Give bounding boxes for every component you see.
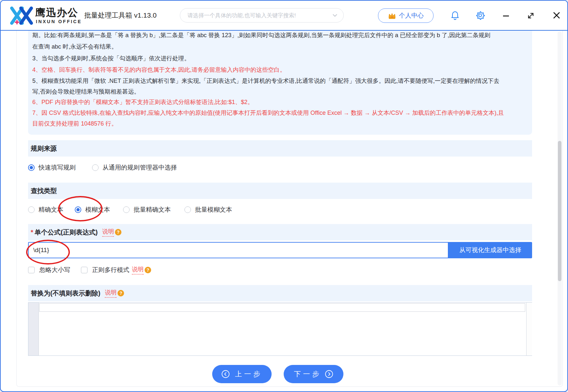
section-rule-source: 规则来源 [28,140,532,157]
minimize-button[interactable] [500,10,512,21]
radio-from-rule-manager[interactable]: 从通用的规则管理器中选择 [92,163,177,172]
search-placeholder: 请选择一个具体的功能,也可输入关键字搜索! [187,12,332,19]
circle-arrow-right-icon [325,370,333,378]
note-line: 3、当勾选多个规则时,系统会按「勾选顺序」依次进行处理。 [32,54,529,62]
section-title: 单个公式(正则表达式) [35,228,98,237]
question-mark-icon[interactable]: ? [145,267,151,273]
section-title: 查找类型 [31,187,57,195]
window-scrollbar-thumb[interactable] [558,141,561,281]
editor-active-line[interactable] [39,303,525,312]
next-step-button[interactable]: 下一步 [284,365,343,383]
formula-help-link[interactable]: 说明 [102,228,114,237]
required-asterisk: * [31,229,33,236]
bell-icon [450,11,460,21]
radio-quick-fill-rule[interactable]: 快速填写规则 [28,163,76,172]
close-icon [552,11,561,20]
checkbox-multiline-mode[interactable]: 正则多行模式 [81,266,129,274]
checkbox-label: 忽略大小写 [39,266,70,274]
maximize-button[interactable] [525,10,536,21]
chevron-down-icon [332,14,338,17]
settings-button[interactable] [475,10,486,21]
radio-circle [123,206,130,213]
close-button[interactable] [551,10,562,21]
circle-arrow-left-icon [221,370,230,378]
notification-bell-button[interactable] [450,10,461,21]
gear-icon [476,11,485,21]
editor-line-gutter [28,302,39,356]
multiline-help-link[interactable]: 说明 [132,265,144,275]
personal-center-label: 个人中心 [399,11,424,20]
section-replace-with: 替换为(不填则表示删除) 说明 ? [28,285,532,301]
note-line: 在查询 abc 时,永远不会有结果。 [32,43,529,51]
question-mark-icon[interactable]: ? [118,290,124,296]
rule-source-radio-group: 快速填写规则 从通用的规则管理器中选择 [28,163,177,172]
radio-circle-selected [75,206,81,213]
app-title: 批量处理工具箱 v1.13.0 [84,11,157,20]
radio-circle [28,206,35,213]
radio-batch-fuzzy-text[interactable]: 批量模糊文本 [184,205,232,214]
radio-label: 快速填写规则 [39,163,76,172]
regex-formula-input[interactable] [28,242,449,258]
section-title: 规则来源 [31,144,57,153]
radio-label: 精确文本 [39,205,63,214]
note-line: 6、PDF 内容替换中的「模糊文本」暂不支持正则表达式分组标签语法,比如:$1、… [32,98,529,106]
section-title: 替换为(不填则表示删除) [31,289,100,298]
previous-step-button[interactable]: 上一步 [212,365,272,383]
note-line: 目前仅支持处理前 1048576 行。 [32,120,529,128]
visual-generator-picker-button[interactable]: 从可视化生成器中选择 [449,242,532,258]
regex-options-row: 忽略大小写 正则多行模式 说明 ? [28,265,151,275]
question-mark-icon[interactable]: ? [115,229,121,235]
note-line: 5、模糊查找功能采用「微软 .NET 正则表达式解析引擎」来实现,「正则表达式」… [32,77,529,85]
search-type-radio-group: 精确文本 模糊文本 批量精确文本 批量模糊文本 [28,205,232,214]
radio-fuzzy-text[interactable]: 模糊文本 [75,205,110,214]
section-single-formula: * 单个公式(正则表达式) 说明 ? [28,224,532,240]
checkbox-box [28,267,35,273]
radio-batch-exact-text[interactable]: 批量精确文本 [123,205,171,214]
radio-circle-selected [28,164,35,171]
section-search-type: 查找类型 [28,183,532,199]
maximize-icon [527,11,535,20]
brand-subtitle: INXUN OFFICE [36,19,82,24]
replace-help-link[interactable]: 说明 [105,289,117,298]
app-window: 鹰迅办公 INXUN OFFICE 批量处理工具箱 v1.13.0 请选择一个具… [0,0,568,392]
note-line: 写,否则会导致处理结果与预期相差甚远。 [32,88,529,96]
note-line: 期。比如:有两条规则,第一条是「将 a 替换为 b」,第二条是「将 abc 替换… [32,31,529,39]
note-line: 7、因 CSV 格式比较特殊,在输入查找内容时,应输入纯文本中的原始值(使用记事… [32,109,529,117]
radio-circle [184,206,191,213]
inxun-logo-icon [9,6,33,25]
radio-exact-text[interactable]: 精确文本 [28,205,63,214]
radio-label: 模糊文本 [85,205,110,214]
radio-label: 批量精确文本 [134,205,171,214]
previous-step-label: 上一步 [235,369,262,379]
function-search-select[interactable]: 请选择一个具体的功能,也可输入关键字搜索! [180,8,344,23]
personal-center-button[interactable]: 个人中心 [378,8,434,23]
note-line: 4、空格、回车换行、制表符等看不见的内容也属于文本,因此,请务必留意输入内容中的… [32,66,529,74]
minimize-icon [502,12,510,20]
crown-icon [388,12,396,19]
editor-scrollbar[interactable] [526,303,532,355]
checkbox-ignore-case[interactable]: 忽略大小写 [28,266,70,274]
brand-name: 鹰迅办公 [35,6,78,20]
next-step-label: 下一步 [294,369,322,379]
checkbox-box [81,267,87,273]
radio-circle [92,164,99,171]
radio-label: 批量模糊文本 [195,205,232,214]
checkbox-label: 正则多行模式 [92,266,129,274]
radio-label: 从通用的规则管理器中选择 [103,163,177,172]
